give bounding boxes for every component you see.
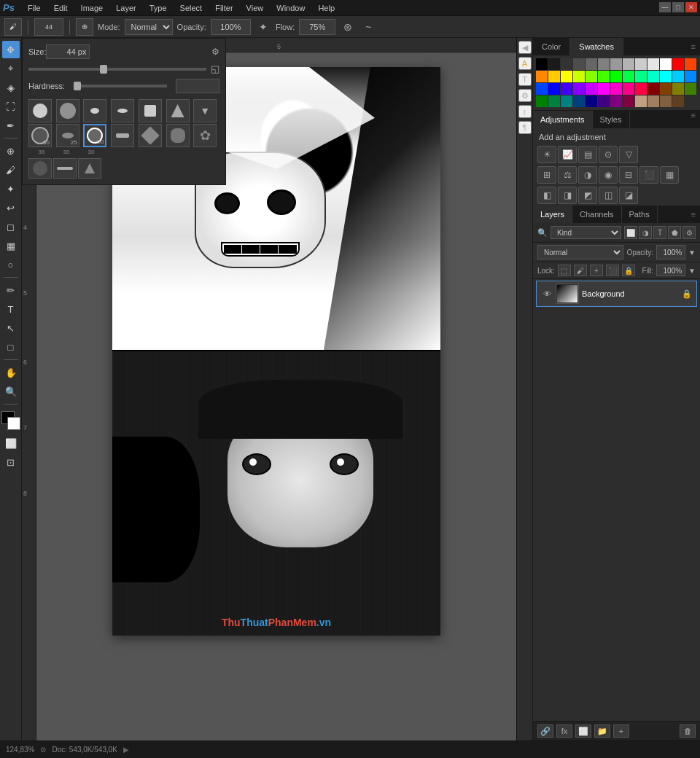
swatch[interactable] (685, 83, 696, 95)
adj-posterize[interactable]: ◨ (558, 187, 577, 204)
maximize-button[interactable]: □ (672, 2, 684, 12)
swatch[interactable] (635, 71, 647, 82)
menu-file[interactable]: File (22, 2, 47, 14)
layers-kind-select[interactable]: Kind (551, 226, 621, 239)
swatch[interactable] (660, 71, 672, 82)
menu-layer[interactable]: Layer (110, 2, 142, 14)
minimize-button[interactable]: — (659, 2, 671, 12)
swatch[interactable] (573, 83, 585, 95)
swatch[interactable] (598, 58, 610, 70)
brush-preset-15[interactable] (53, 158, 77, 179)
swatch[interactable] (610, 71, 622, 82)
layers-panel-options[interactable]: ≡ (687, 210, 700, 219)
swatch[interactable] (573, 71, 585, 82)
brush-preset-1[interactable] (28, 99, 52, 122)
swatch[interactable] (586, 58, 597, 70)
brush-preset-10[interactable] (111, 124, 134, 147)
collapse-btn[interactable]: ◀ (518, 41, 532, 54)
airbrush-button[interactable]: ✦ (255, 19, 271, 35)
filter-smart[interactable]: ⚙ (682, 226, 696, 239)
pen-tool[interactable]: ✏ (2, 281, 20, 299)
swatch[interactable] (648, 83, 659, 95)
swatch[interactable] (598, 71, 610, 82)
menu-type[interactable]: Type (144, 2, 173, 14)
brush-preset-5[interactable] (139, 99, 162, 122)
swatch[interactable] (623, 71, 634, 82)
swatch[interactable] (685, 58, 696, 70)
menu-window[interactable]: Window (271, 2, 311, 14)
swatch[interactable] (586, 71, 597, 82)
new-layer-button[interactable]: + (613, 724, 629, 738)
flow-input[interactable] (299, 19, 335, 35)
swatch[interactable] (561, 83, 572, 95)
swatch[interactable] (586, 95, 597, 107)
lock-artboard[interactable]: ⬛ (606, 265, 619, 276)
tab-layers[interactable]: Layers (533, 206, 572, 223)
filter-pixel[interactable]: ⬜ (624, 226, 637, 239)
swatch[interactable] (536, 71, 548, 82)
swatch[interactable] (610, 58, 622, 70)
menu-help[interactable]: Help (312, 2, 341, 14)
tab-paths[interactable]: Paths (622, 206, 658, 223)
lock-image[interactable]: 🖌 (574, 265, 587, 276)
hand-tool[interactable]: ✋ (2, 364, 20, 381)
layer-visibility-toggle[interactable]: 👁 (541, 288, 553, 300)
swatch[interactable] (623, 95, 634, 107)
swatch[interactable] (635, 58, 647, 70)
swatch[interactable] (536, 58, 548, 70)
new-group-button[interactable]: 📁 (594, 724, 610, 738)
tab-adjustments[interactable]: Adjustments (533, 111, 593, 128)
gradient-tool[interactable]: ▦ (2, 237, 20, 254)
swatch[interactable] (548, 83, 560, 95)
swatch[interactable] (573, 95, 585, 107)
link-layers-button[interactable]: 🔗 (537, 724, 553, 738)
swatch[interactable] (610, 95, 622, 107)
adj-invert[interactable]: ◧ (537, 187, 556, 204)
swatch[interactable] (561, 71, 572, 82)
brush-preset-14[interactable] (28, 158, 52, 179)
zoom-tool[interactable]: 🔍 (2, 383, 20, 400)
opacity-input[interactable] (211, 19, 251, 35)
swatch[interactable] (623, 83, 634, 95)
adj-photo-filter[interactable]: ◉ (599, 166, 618, 184)
screen-mode-button[interactable]: ⊡ (2, 453, 20, 471)
brush-preset-9[interactable]: 50 (83, 124, 106, 147)
history-brush-tool[interactable]: ↩ (2, 199, 20, 216)
swatch[interactable] (623, 58, 634, 70)
adj-brightness[interactable]: ☀ (537, 146, 556, 163)
lock-transparent[interactable]: ⬚ (558, 265, 571, 276)
brush-preset-4[interactable] (111, 99, 134, 122)
lock-position[interactable]: + (590, 265, 603, 276)
crop-tool[interactable]: ⛶ (2, 98, 20, 115)
swatch[interactable] (672, 83, 684, 95)
panel-tool-1[interactable]: A (518, 57, 532, 70)
menu-view[interactable]: View (241, 2, 270, 14)
filter-type[interactable]: T (653, 226, 666, 239)
swatch[interactable] (548, 58, 560, 70)
adj-solid-color[interactable]: ◪ (619, 187, 638, 204)
swatch[interactable] (648, 58, 659, 70)
menu-filter[interactable]: Filter (209, 2, 238, 14)
spot-heal-tool[interactable]: ⊕ (2, 142, 20, 160)
swatch[interactable] (660, 58, 672, 70)
brush-tool-button[interactable]: 🖌 (4, 18, 22, 36)
path-select-tool[interactable]: ↖ (2, 319, 20, 337)
swatch[interactable] (548, 95, 560, 107)
lock-all[interactable]: 🔒 (622, 265, 635, 276)
add-mask-button[interactable]: ⬜ (575, 724, 591, 738)
tab-swatches[interactable]: Swatches (570, 38, 623, 55)
swatch[interactable] (561, 58, 572, 70)
swatch[interactable] (648, 95, 659, 107)
tab-styles[interactable]: Styles (593, 111, 630, 128)
brush-tool[interactable]: 🖌 (2, 161, 20, 179)
tab-channels[interactable]: Channels (572, 206, 621, 223)
adj-hsl[interactable]: ⊞ (537, 166, 556, 184)
brush-preset-12[interactable] (166, 124, 190, 147)
brush-preset-scroll[interactable]: ▼ (193, 99, 217, 122)
opacity-dropdown[interactable]: ▼ (688, 249, 696, 257)
swatch[interactable] (548, 71, 560, 82)
swatch[interactable] (536, 95, 548, 107)
swatch[interactable] (672, 95, 684, 107)
mode-select[interactable]: Normal (125, 19, 173, 35)
swatch[interactable] (660, 95, 672, 107)
